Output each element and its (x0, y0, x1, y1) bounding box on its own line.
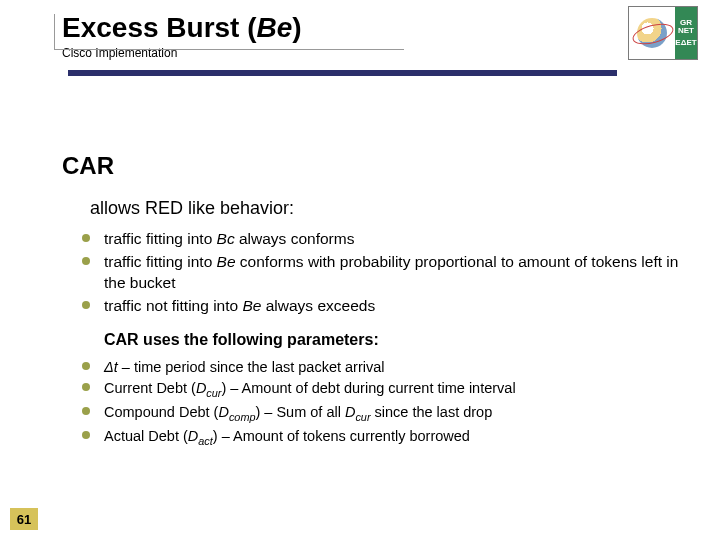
subscript: cur (206, 387, 221, 399)
list-item: Actual Debt (Dact) – Amount of tokens cu… (82, 426, 680, 449)
text: Compound Debt ( (104, 404, 218, 420)
list-item: traffic fitting into Be conforms with pr… (82, 252, 680, 294)
text: traffic not fitting into (104, 297, 242, 314)
symbol: D (218, 404, 228, 420)
text: ) – Amount of debt during current time i… (221, 380, 515, 396)
org-logo: GR NET ΕΔΕΤ (628, 6, 698, 60)
behavior-list: traffic fitting into Bc always conforms … (82, 229, 680, 317)
subscript: comp (229, 411, 256, 423)
logo-line-2: NET (678, 27, 694, 35)
symbol: D (345, 404, 355, 420)
params-heading: CAR uses the following parameters: (104, 331, 680, 349)
symbol: Be (242, 297, 261, 314)
list-item: Compound Debt (Dcomp) – Sum of all Dcur … (82, 402, 680, 425)
text: Current Debt ( (104, 380, 196, 396)
symbol: Δt (104, 359, 118, 375)
section-heading: CAR (62, 152, 680, 180)
list-item: traffic not fitting into Be always excee… (82, 296, 680, 317)
slide-body: CAR allows RED like behavior: traffic fi… (0, 60, 720, 449)
slide: Excess Burst (Be) Cisco Implementation G… (0, 0, 720, 540)
intro-line: allows RED like behavior: (90, 198, 680, 219)
symbol: Bc (217, 230, 235, 247)
title-text-b: ) (292, 12, 301, 43)
text: traffic fitting into (104, 230, 217, 247)
text: always exceeds (261, 297, 375, 314)
text: Actual Debt ( (104, 428, 188, 444)
text: always conforms (235, 230, 355, 247)
header-rule (68, 70, 614, 76)
text: traffic fitting into (104, 253, 217, 270)
slide-subtitle: Cisco Implementation (62, 46, 720, 60)
slide-title: Excess Burst (Be) (62, 12, 720, 44)
symbol: Be (217, 253, 236, 270)
title-text-a: Excess Burst ( (62, 12, 257, 43)
page-number: 61 (10, 508, 38, 530)
logo-line-3: ΕΔΕΤ (675, 39, 696, 47)
logo-text: GR NET ΕΔΕΤ (675, 7, 697, 59)
subscript: act (198, 435, 213, 447)
subscript: cur (355, 411, 370, 423)
list-item: traffic fitting into Bc always conforms (82, 229, 680, 250)
symbol: D (188, 428, 198, 444)
globe-icon (629, 7, 675, 59)
text: ) – Sum of all (256, 404, 345, 420)
params-list: Δt – time period since the last packet a… (82, 357, 680, 450)
list-item: Δt – time period since the last packet a… (82, 357, 680, 377)
list-item: Current Debt (Dcur) – Amount of debt dur… (82, 378, 680, 401)
text: ) – Amount of tokens currently borrowed (213, 428, 470, 444)
text: – time period since the last packet arri… (118, 359, 385, 375)
slide-header: Excess Burst (Be) Cisco Implementation (0, 0, 720, 60)
text: since the last drop (371, 404, 493, 420)
symbol: D (196, 380, 206, 396)
title-be: Be (257, 12, 293, 43)
